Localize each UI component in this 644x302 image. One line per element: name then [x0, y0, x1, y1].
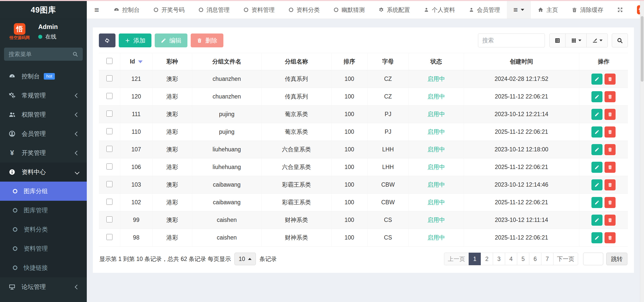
prev-page-button[interactable]: 上一页: [444, 253, 469, 265]
sidebar-item-permissions[interactable]: 权限管理: [0, 105, 87, 124]
pagination: 上一页 1234567下一页: [444, 253, 578, 265]
nav-item-label: 个人资料: [432, 6, 455, 14]
column-header-filename[interactable]: 分组文件名: [192, 53, 261, 70]
row-delete-button[interactable]: [605, 74, 616, 85]
row-edit-button[interactable]: [591, 162, 602, 173]
row-checkbox[interactable]: [106, 181, 112, 187]
row-checkbox[interactable]: [106, 163, 112, 170]
row-edit-button[interactable]: [591, 232, 602, 243]
nav-item-messages[interactable]: 消息管理: [191, 1, 236, 19]
nav-item-data-manage[interactable]: 资料管理: [236, 1, 281, 19]
sidebar-menu: 控制台 hot 常规管理 权限管理: [0, 67, 87, 296]
row-checkbox[interactable]: [106, 234, 112, 240]
row-checkbox[interactable]: [106, 199, 112, 205]
add-button[interactable]: 添加: [119, 33, 151, 47]
sidebar-item-data-center[interactable]: 资料中心: [0, 162, 87, 182]
column-header-lottery[interactable]: 彩种: [152, 53, 192, 70]
sidebar-item-forum[interactable]: 论坛管理: [0, 277, 87, 296]
refresh-button[interactable]: [99, 33, 115, 47]
row-delete-button[interactable]: [605, 179, 616, 190]
sidebar-subitem-data-category[interactable]: 资料分类: [0, 220, 87, 239]
edit-button[interactable]: 编辑: [155, 33, 187, 47]
sidebar-item-general[interactable]: 常规管理: [0, 86, 87, 105]
row-edit-button[interactable]: [591, 179, 602, 190]
next-page-button[interactable]: 下一页: [553, 253, 578, 265]
row-edit-button[interactable]: [591, 126, 602, 138]
page-button[interactable]: 4: [505, 253, 517, 265]
nav-item-home[interactable]: 主页: [531, 1, 565, 19]
jump-button[interactable]: 跳转: [606, 253, 627, 265]
export-button[interactable]: [587, 33, 608, 47]
nav-item-draw-numbers[interactable]: 开奖号码: [146, 1, 191, 19]
row-edit-button[interactable]: [591, 215, 602, 226]
sidebar-subitem-gallery-groups[interactable]: 图库分组: [0, 182, 87, 201]
nav-list-dropdown[interactable]: ≡: [507, 1, 531, 19]
row-edit-button[interactable]: [591, 197, 602, 208]
column-header-id[interactable]: Id: [120, 53, 152, 70]
search-button[interactable]: [612, 33, 628, 47]
sidebar-item-label: 资料中心: [22, 168, 46, 176]
trash-icon: [608, 147, 613, 152]
nav-item-member-manage[interactable]: 会员管理: [462, 1, 507, 19]
row-edit-button[interactable]: [591, 91, 602, 102]
chevron-left-icon: [75, 151, 79, 155]
row-checkbox[interactable]: [106, 146, 112, 152]
table-search-input[interactable]: [478, 33, 545, 47]
row-checkbox[interactable]: [106, 128, 112, 134]
page-button[interactable]: 2: [481, 253, 493, 265]
row-delete-button[interactable]: [605, 91, 616, 102]
select-all-checkbox[interactable]: [106, 58, 112, 64]
page-button[interactable]: 1: [469, 253, 481, 265]
row-delete-button[interactable]: [605, 162, 616, 173]
nav-item-data-category[interactable]: 资料分类: [281, 1, 327, 19]
row-delete-button[interactable]: [605, 126, 616, 138]
sidebar-item-dashboard[interactable]: 控制台 hot: [0, 67, 87, 86]
nav-item-dashboard[interactable]: 控制台: [107, 1, 146, 19]
row-delete-button[interactable]: [605, 197, 616, 208]
delete-button[interactable]: 删除: [191, 33, 223, 47]
row-delete-button[interactable]: [605, 109, 616, 120]
fullscreen-button[interactable]: [610, 1, 630, 19]
cell-letter: LHH: [367, 141, 409, 158]
status-badge: 启用中: [409, 211, 464, 229]
sidebar-subitem-quick-links[interactable]: 快捷链接: [0, 258, 87, 277]
cell-id: 102: [120, 194, 152, 211]
row-edit-button[interactable]: [591, 74, 602, 85]
column-header-sort[interactable]: 排序: [331, 53, 367, 70]
page-button[interactable]: 5: [517, 253, 529, 265]
columns-button[interactable]: [566, 33, 587, 47]
row-delete-button[interactable]: [605, 144, 616, 155]
sidebar-search-input[interactable]: [4, 48, 83, 61]
nav-item-profile[interactable]: 个人资料: [417, 1, 462, 19]
trash-icon: [608, 129, 613, 135]
sidebar-item-lottery[interactable]: ¥ 开奖管理: [0, 143, 87, 162]
jump-page-input[interactable]: [583, 253, 603, 265]
nav-item-humor-guess[interactable]: 幽默猜测: [327, 1, 372, 19]
row-checkbox[interactable]: [106, 216, 112, 222]
column-header-letter[interactable]: 字母: [367, 53, 409, 70]
page-button[interactable]: 3: [493, 253, 505, 265]
page-button[interactable]: 7: [541, 253, 553, 265]
sidebar-subitem-data-manage[interactable]: 资料管理: [0, 239, 87, 258]
scrollbar[interactable]: [640, 1, 644, 302]
row-delete-button[interactable]: [605, 215, 616, 226]
column-header-status[interactable]: 状态: [409, 53, 464, 70]
column-header-groupname[interactable]: 分组名称: [261, 53, 331, 70]
detail-view-button[interactable]: [549, 33, 566, 47]
column-header-created[interactable]: 创建时间: [464, 53, 579, 70]
sidebar-subitem-gallery-manage[interactable]: 图库管理: [0, 201, 87, 220]
row-edit-button[interactable]: [591, 144, 602, 155]
row-checkbox[interactable]: [106, 75, 112, 81]
cell-filename: liuhehuang: [192, 141, 261, 158]
page-size-dropdown[interactable]: 10: [234, 253, 256, 265]
row-delete-button[interactable]: [605, 232, 616, 243]
sidebar-item-members[interactable]: 会员管理: [0, 124, 87, 143]
page-button[interactable]: 6: [529, 253, 541, 265]
scrollbar-thumb[interactable]: [641, 16, 643, 82]
sidebar-toggle-icon[interactable]: ≡: [87, 5, 107, 15]
row-checkbox[interactable]: [106, 111, 112, 117]
nav-item-clear-cache[interactable]: 清除缓存: [565, 1, 610, 19]
row-checkbox[interactable]: [106, 93, 112, 99]
row-edit-button[interactable]: [591, 109, 602, 120]
nav-item-system-config[interactable]: 系统配置: [372, 1, 417, 19]
